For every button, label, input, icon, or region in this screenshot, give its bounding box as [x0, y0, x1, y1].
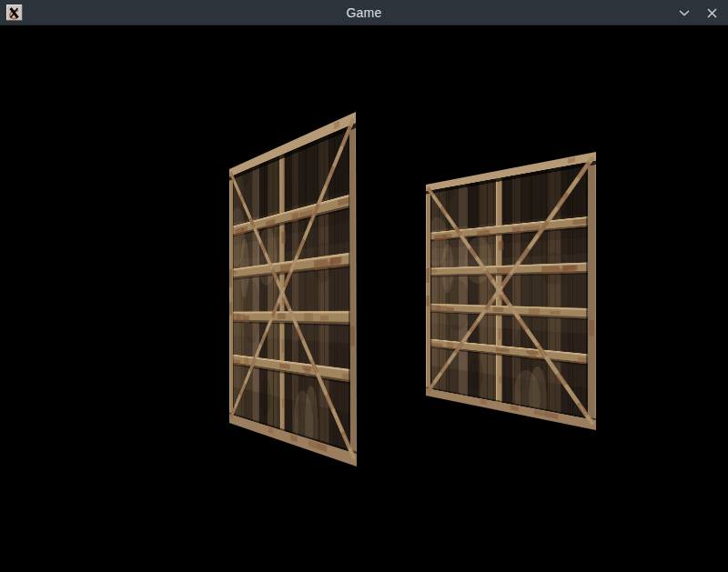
game-viewport[interactable]: [0, 25, 728, 572]
game-window: Game: [0, 0, 728, 572]
titlebar[interactable]: Game: [0, 0, 728, 25]
crate-wall-right: [426, 152, 596, 430]
close-button[interactable]: [703, 4, 721, 22]
chevron-down-icon: [679, 10, 690, 16]
titlebar-controls: [675, 0, 721, 25]
x11-app-icon: [6, 5, 23, 21]
crate-wall-left: [229, 112, 357, 467]
minimize-button[interactable]: [675, 4, 693, 22]
window-title: Game: [0, 0, 728, 25]
close-icon: [707, 8, 717, 18]
